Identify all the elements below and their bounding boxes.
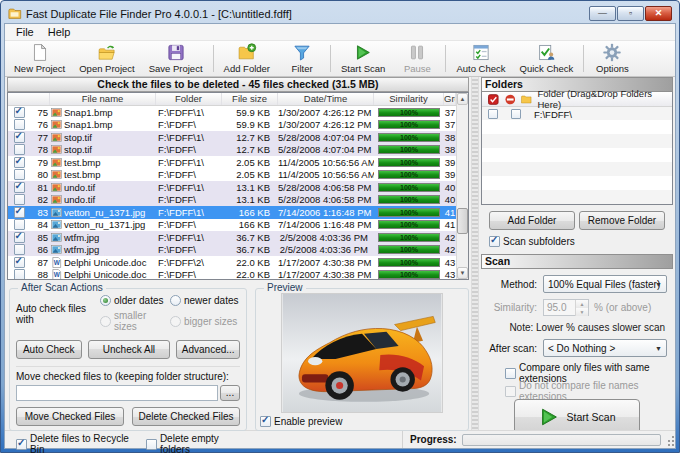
menu-file[interactable]: File: [9, 25, 41, 39]
table-row[interactable]: 88 W Delphi Unicode.doc F:\FDFF\ 22.0 KB…: [8, 269, 468, 280]
uncheck-all-button[interactable]: Uncheck All: [88, 340, 171, 359]
radio-icon[interactable]: [170, 295, 181, 306]
close-button[interactable]: ✕: [645, 6, 672, 21]
scan-subfolders-checkbox[interactable]: Scan subfolders: [489, 236, 575, 247]
advanced-button[interactable]: Advanced...: [176, 340, 240, 359]
table-row[interactable]: 77 stop.tif F:\FDFF\1\ 12.7 KB 5/28/2008…: [8, 131, 468, 144]
column-folder[interactable]: Folder: [156, 93, 222, 105]
file-size: 166 KB: [222, 207, 278, 218]
checkbox-icon[interactable]: [505, 368, 516, 379]
delete-to-recycle-bin-checkbox[interactable]: Delete files to Recycle Bin: [16, 433, 132, 453]
checkbox-icon[interactable]: [260, 416, 271, 427]
row-checkbox[interactable]: [14, 169, 25, 180]
delete-checked-files-button[interactable]: Delete Checked Files: [132, 407, 240, 426]
move-path-input[interactable]: [16, 385, 218, 401]
auto-check-action-button[interactable]: Auto Check: [16, 340, 82, 359]
table-row[interactable]: 83 vetton_ru_1371.jpg F:\FDFF\1\ 166 KB …: [8, 206, 468, 219]
checkbox-icon[interactable]: [146, 439, 157, 450]
similarity-value: 100%: [379, 171, 439, 178]
table-row[interactable]: 85 wtfm.jpg F:\FDFF\1\ 36.7 KB 2/5/2008 …: [8, 231, 468, 244]
maximize-button[interactable]: ▫: [617, 6, 644, 21]
row-checkbox[interactable]: [14, 182, 25, 193]
include-checkbox[interactable]: [488, 109, 498, 119]
radio-icon[interactable]: [100, 295, 111, 306]
delete-empty-folders-checkbox[interactable]: Delete empty folders: [146, 433, 240, 453]
remove-folder-button[interactable]: Remove Folder: [579, 211, 665, 230]
file-datetime: 5/28/2008 4:07:04 PM: [278, 132, 374, 143]
table-row[interactable]: 76 Snap1.bmp F:\FDFF\ 59.9 KB 1/30/2007 …: [8, 119, 468, 132]
file-name: vetton_ru_1371.jpg: [64, 207, 145, 218]
column-group[interactable]: Group: [444, 93, 456, 105]
table-row[interactable]: 87 W Delphi Unicode.doc F:\FDFF\2\ 22.0 …: [8, 256, 468, 269]
row-checkbox[interactable]: [14, 132, 25, 143]
radio-newer-dates[interactable]: newer dates: [170, 295, 240, 306]
menubar: File Help: [5, 24, 675, 41]
row-number: 88: [30, 269, 50, 279]
checkbox-icon[interactable]: [489, 236, 500, 247]
row-checkbox[interactable]: [14, 232, 25, 243]
folders-list[interactable]: Folder (Drag&Drop Folders Here) F:\FDFF\: [481, 92, 673, 205]
resize-grip[interactable]: [665, 433, 675, 447]
row-checkbox[interactable]: [14, 219, 25, 230]
save-project-button[interactable]: Save Project: [142, 42, 210, 75]
file-size: 2.05 KB: [222, 157, 278, 168]
move-checked-files-button[interactable]: Move Checked Files: [16, 407, 124, 426]
table-row[interactable]: 86 wtfm.jpg F:\FDFF\ 36.7 KB 2/5/2008 4:…: [8, 244, 468, 257]
file-name: Snap1.bmp: [64, 107, 113, 118]
similarity-bar: 100%: [378, 258, 440, 267]
column-file-name[interactable]: File name: [50, 93, 156, 105]
table-row[interactable]: 82 undo.tif F:\FDFF\ 13.1 KB 5/28/2008 4…: [8, 194, 468, 207]
scroll-down-icon[interactable]: ▼: [457, 267, 468, 279]
options-button[interactable]: Options: [587, 42, 637, 75]
row-checkbox[interactable]: [14, 157, 25, 168]
add-folder-panel-button[interactable]: Add Folder: [489, 211, 575, 230]
menu-help[interactable]: Help: [41, 25, 78, 39]
minimize-button[interactable]: —: [589, 6, 616, 21]
table-scrollbar[interactable]: ▲ ▼: [456, 93, 468, 279]
table-row[interactable]: 84 vetton_ru_1371.jpg F:\FDFF\ 166 KB 7/…: [8, 219, 468, 232]
add-folder-button[interactable]: Add Folder: [217, 42, 277, 75]
table-row[interactable]: 75 Snap1.bmp F:\FDFF\1\ 59.9 KB 1/30/200…: [8, 106, 468, 119]
scrollbar-thumb[interactable]: [457, 208, 468, 234]
file-name: Snap1.bmp: [64, 119, 113, 130]
row-checkbox[interactable]: [14, 244, 25, 255]
row-checkbox[interactable]: [14, 107, 25, 118]
similarity-bar: 100%: [378, 145, 440, 154]
svg-text:W: W: [54, 272, 61, 279]
browse-button[interactable]: ...: [220, 385, 240, 401]
folder-row[interactable]: F:\FDFF\: [482, 107, 672, 121]
open-project-button[interactable]: Open Project: [72, 42, 141, 75]
file-folder: F:\FDFF\: [156, 244, 222, 255]
row-checkbox[interactable]: [14, 269, 25, 279]
panel-splitter[interactable]: [471, 77, 479, 430]
table-row[interactable]: 81 undo.tif F:\FDFF\1\ 13.1 KB 5/28/2008…: [8, 181, 468, 194]
start-scan-toolbar-button[interactable]: Start Scan: [334, 42, 392, 75]
radio-older-dates[interactable]: older dates: [100, 295, 170, 306]
row-checkbox[interactable]: [14, 119, 25, 130]
row-checkbox[interactable]: [14, 144, 25, 155]
table-row[interactable]: 79 test.bmp F:\FDFF\1\ 2.05 KB 11/4/2005…: [8, 156, 468, 169]
row-checkbox[interactable]: [14, 194, 25, 205]
quick-check-button[interactable]: Quick Check: [513, 42, 581, 75]
row-checkbox[interactable]: [14, 207, 25, 218]
column-check[interactable]: [8, 93, 50, 105]
file-size: 13.1 KB: [222, 182, 278, 193]
checkbox-icon[interactable]: [16, 439, 27, 450]
after-scan-dropdown[interactable]: < Do Nothing >▼: [543, 339, 667, 357]
filter-button[interactable]: Filter: [277, 42, 327, 75]
scroll-up-icon[interactable]: ▲: [457, 93, 468, 105]
column-similarity[interactable]: Similarity: [374, 93, 444, 105]
table-row[interactable]: 78 stop.tif F:\FDFF\ 12.7 KB 5/28/2008 4…: [8, 144, 468, 157]
exclude-checkbox[interactable]: [511, 109, 521, 119]
row-checkbox[interactable]: [14, 257, 25, 268]
enable-preview-checkbox[interactable]: Enable preview: [260, 416, 342, 427]
column-file-size[interactable]: File size: [222, 93, 278, 105]
method-dropdown[interactable]: 100% Equal Files (faster)▼: [543, 275, 667, 293]
column-datetime[interactable]: Date/Time: [278, 93, 374, 105]
new-project-button[interactable]: New Project: [7, 42, 72, 75]
similarity-bar: 100%: [378, 220, 440, 229]
similarity-bar: 100%: [378, 233, 440, 242]
table-row[interactable]: 80 test.bmp F:\FDFF\ 2.05 KB 11/4/2005 1…: [8, 169, 468, 182]
file-datetime: 1/30/2007 4:26:12 PM: [278, 119, 374, 130]
auto-check-button[interactable]: Auto Check: [449, 42, 512, 75]
